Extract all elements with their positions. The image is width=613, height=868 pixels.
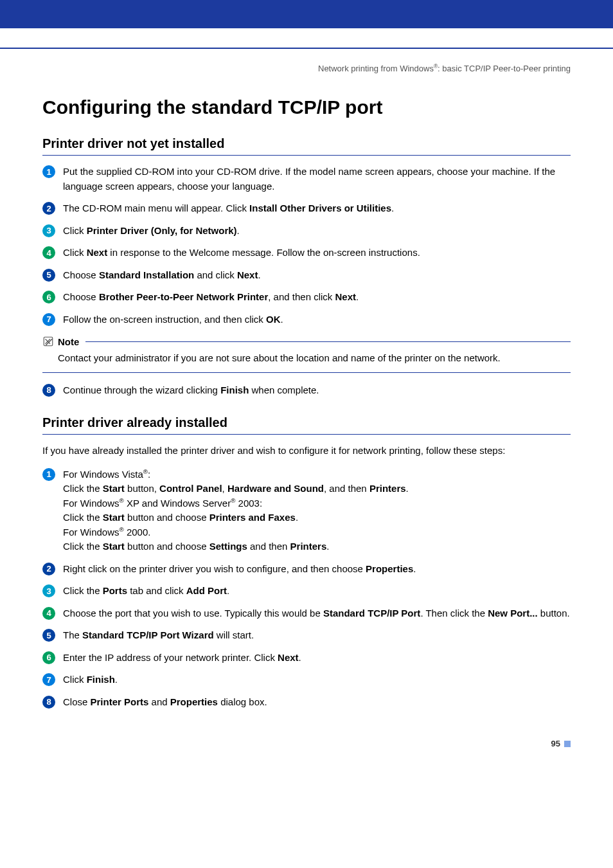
step-text: Enter the IP address of your network pri…: [63, 651, 571, 665]
step: 2The CD-ROM main menu will appear. Click…: [42, 201, 571, 216]
step-number-badge: 6: [42, 291, 55, 303]
note-label-text: Note: [58, 336, 79, 347]
step: 7Follow the on-screen instruction, and t…: [42, 312, 571, 327]
note-body: Contact your administrator if you are no…: [42, 347, 571, 373]
step-number-badge: 6: [42, 651, 55, 664]
section-b-title: Printer driver already installed: [42, 415, 571, 435]
note-label: Note: [42, 336, 79, 347]
step-text: Click Printer Driver (Only, for Network)…: [63, 224, 571, 239]
step-number-badge: 3: [42, 584, 55, 597]
page-body: 8 Network printing from Windows®: basic …: [0, 63, 613, 748]
step-number-badge: 2: [42, 563, 55, 575]
step: 8Continue through the wizard clicking Fi…: [42, 383, 571, 398]
step-text: Continue through the wizard clicking Fin…: [63, 383, 571, 398]
breadcrumb-post: : basic TCP/IP Peer-to-Peer printing: [438, 64, 571, 73]
step: 6Enter the IP address of your network pr…: [42, 651, 571, 665]
step-text: Close Printer Ports and Properties dialo…: [63, 695, 571, 710]
section-a-steps: 1Put the supplied CD-ROM into your CD-RO…: [42, 165, 571, 327]
step: 5Choose Standard Installation and click …: [42, 268, 571, 283]
step-number-badge: 2: [42, 202, 55, 215]
step: 1Put the supplied CD-ROM into your CD-RO…: [42, 165, 571, 194]
page-number-tick-icon: [564, 741, 571, 747]
step: 1For Windows Vista®:Click the Start butt…: [42, 467, 571, 554]
step-text: Click Next in response to the Welcome me…: [63, 246, 571, 260]
step-number-badge: 1: [42, 468, 55, 481]
step: 4Click Next in response to the Welcome m…: [42, 246, 571, 260]
step-text: Right click on the printer driver you wi…: [63, 562, 571, 577]
page-number: 95: [42, 739, 571, 748]
section-b-intro: If you have already installed the printe…: [42, 444, 571, 458]
step-number-badge: 7: [42, 313, 55, 326]
page-number-text: 95: [551, 739, 560, 748]
step-text: Click the Ports tab and click Add Port.: [63, 584, 571, 599]
step-text: Choose the port that you wish to use. Ty…: [63, 606, 571, 621]
step-text: For Windows Vista®:Click the Start butto…: [63, 467, 571, 554]
note-rule: [85, 341, 571, 342]
step: 2Right click on the printer driver you w…: [42, 562, 571, 577]
step: 3Click Printer Driver (Only, for Network…: [42, 224, 571, 239]
step: 3Click the Ports tab and click Add Port.: [42, 584, 571, 599]
section-a-steps-after-note: 8Continue through the wizard clicking Fi…: [42, 383, 571, 398]
step-number-badge: 1: [42, 165, 55, 178]
step-number-badge: 5: [42, 629, 55, 642]
spacer: [0, 28, 613, 48]
step: 8Close Printer Ports and Properties dial…: [42, 695, 571, 710]
step-text: The CD-ROM main menu will appear. Click …: [63, 201, 571, 216]
top-bar: [0, 0, 613, 28]
section-a-title: Printer driver not yet installed: [42, 136, 571, 156]
step-text: Follow the on-screen instruction, and th…: [63, 312, 571, 327]
step: 7Click Finish.: [42, 673, 571, 687]
step-text: Click Finish.: [63, 673, 571, 687]
step: 4Choose the port that you wish to use. T…: [42, 606, 571, 621]
section-b-steps: 1For Windows Vista®:Click the Start butt…: [42, 467, 571, 710]
step-number-badge: 7: [42, 673, 55, 686]
step: 6Choose Brother Peer-to-Peer Network Pri…: [42, 290, 571, 305]
step-number-badge: 4: [42, 607, 55, 620]
step: 5The Standard TCP/IP Port Wizard will st…: [42, 628, 571, 643]
step-number-badge: 3: [42, 224, 55, 237]
step-text: The Standard TCP/IP Port Wizard will sta…: [63, 628, 571, 643]
page-title: Configuring the standard TCP/IP port: [42, 96, 571, 118]
step-text: Choose Brother Peer-to-Peer Network Prin…: [63, 290, 571, 305]
note-box: Note Contact your administrator if you a…: [42, 336, 571, 373]
note-icon: [42, 336, 54, 347]
step-number-badge: 5: [42, 269, 55, 282]
step-number-badge: 4: [42, 246, 55, 259]
breadcrumb: Network printing from Windows®: basic TC…: [42, 63, 571, 73]
step-number-badge: 8: [42, 696, 55, 709]
breadcrumb-pre: Network printing from Windows: [318, 64, 434, 73]
divider-line: [0, 48, 613, 49]
step-number-badge: 8: [42, 384, 55, 397]
step-text: Choose Standard Installation and click N…: [63, 268, 571, 283]
step-text: Put the supplied CD-ROM into your CD-ROM…: [63, 165, 571, 194]
